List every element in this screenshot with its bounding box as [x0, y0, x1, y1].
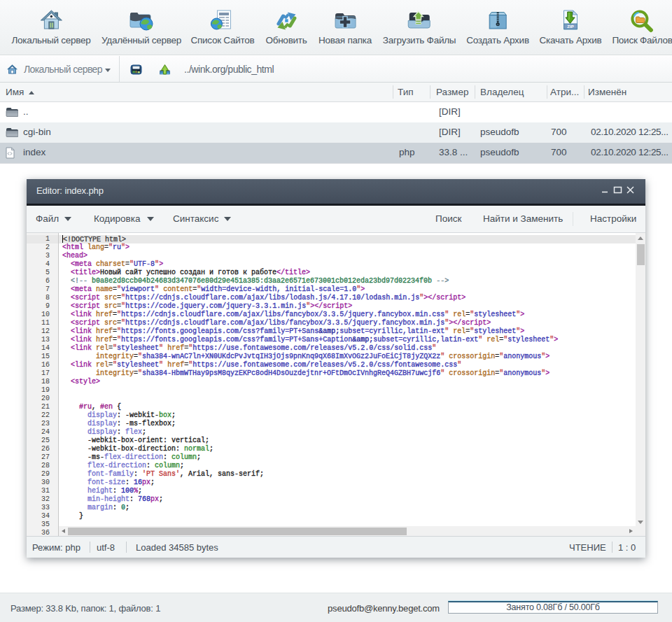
svg-text:ZIP: ZIP	[568, 24, 574, 29]
